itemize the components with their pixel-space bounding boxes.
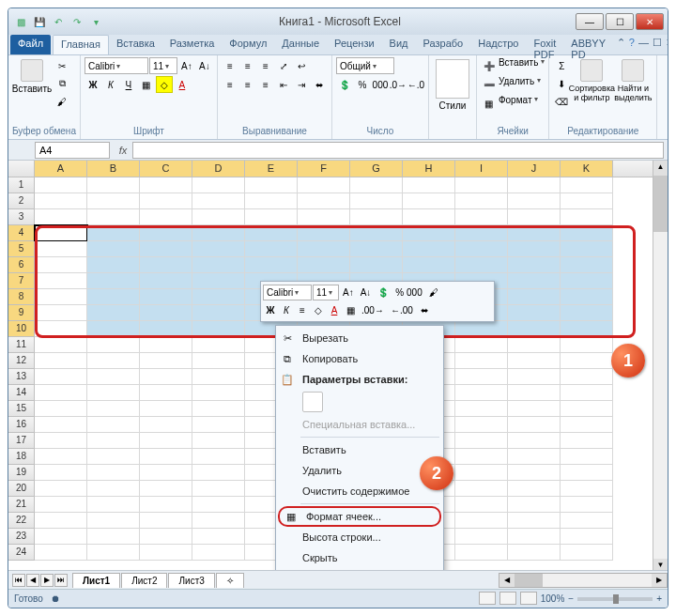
grow-font-icon[interactable]: A↑ (178, 57, 195, 74)
cell[interactable] (87, 481, 140, 497)
cell[interactable] (245, 177, 298, 193)
macro-record-icon[interactable]: ⏺ (51, 593, 60, 604)
worksheet-grid[interactable]: A B C D E F G H I J K 123456789101112131… (8, 161, 668, 574)
cell[interactable] (192, 289, 245, 305)
cell[interactable] (561, 433, 613, 449)
italic-button[interactable]: К (102, 76, 119, 93)
col-header[interactable]: D (192, 161, 245, 177)
minimize-ribbon-icon[interactable]: ⌃ (617, 37, 625, 53)
cell[interactable] (455, 529, 508, 545)
orientation-icon[interactable]: ⤢ (275, 57, 292, 74)
close-button[interactable]: ✕ (636, 13, 664, 30)
scroll-thumb[interactable] (653, 176, 668, 232)
cell[interactable] (561, 177, 613, 193)
cell[interactable] (561, 513, 613, 529)
cell[interactable] (455, 401, 508, 417)
cell[interactable] (35, 529, 87, 545)
cell[interactable] (35, 289, 87, 305)
cell[interactable] (140, 449, 192, 465)
cell[interactable] (87, 321, 140, 337)
page-layout-view-icon[interactable] (499, 592, 516, 605)
cell[interactable] (87, 529, 140, 545)
minimize-button[interactable]: — (576, 13, 604, 30)
cell[interactable] (455, 225, 508, 241)
cell[interactable] (508, 417, 561, 433)
row-header[interactable]: 10 (8, 321, 35, 337)
cell[interactable] (455, 545, 508, 561)
row-header[interactable]: 9 (8, 305, 35, 321)
cell[interactable] (140, 225, 192, 241)
cell[interactable] (140, 369, 192, 385)
cell[interactable] (508, 369, 561, 385)
cell[interactable] (455, 417, 508, 433)
doc-min-icon[interactable]: — (638, 37, 649, 53)
col-header[interactable]: H (403, 161, 455, 177)
row-header[interactable]: 21 (8, 497, 35, 513)
tab-layout[interactable]: Разметка (162, 35, 223, 54)
mini-font-color-icon[interactable]: A (327, 302, 342, 318)
row-header[interactable]: 3 (8, 209, 35, 225)
decrease-decimal-icon[interactable]: ←.0 (407, 76, 424, 93)
cell[interactable] (35, 321, 87, 337)
tab-foxit[interactable]: Foxit PDF (526, 35, 563, 54)
row-header[interactable]: 15 (8, 401, 35, 417)
cell[interactable] (455, 513, 508, 529)
cell[interactable] (35, 513, 87, 529)
scroll-thumb[interactable] (515, 574, 543, 587)
cell[interactable] (87, 257, 140, 273)
cell[interactable] (245, 225, 298, 241)
maximize-button[interactable]: ☐ (606, 13, 634, 30)
fx-icon[interactable]: fx (114, 145, 132, 156)
cell[interactable] (35, 273, 87, 289)
cell[interactable] (403, 257, 455, 273)
tab-developer[interactable]: Разрабо (416, 35, 471, 54)
cell[interactable] (140, 177, 192, 193)
cell[interactable] (455, 241, 508, 257)
cell[interactable] (508, 401, 561, 417)
mini-font-combo[interactable]: Calibri▾ (263, 285, 312, 300)
doc-max-icon[interactable]: ☐ (653, 37, 662, 53)
cell[interactable] (35, 545, 87, 561)
cell[interactable] (508, 273, 561, 289)
cell[interactable] (35, 257, 87, 273)
cell[interactable] (87, 497, 140, 513)
cell[interactable] (35, 305, 87, 321)
tab-review[interactable]: Рецензи (327, 35, 382, 54)
cell[interactable] (192, 273, 245, 289)
cell[interactable] (35, 465, 87, 481)
cell[interactable] (140, 401, 192, 417)
cell[interactable] (35, 353, 87, 369)
cell[interactable] (508, 481, 561, 497)
font-name-combo[interactable]: Calibri▾ (84, 57, 148, 74)
indent-inc-icon[interactable]: ⇥ (293, 76, 310, 93)
cell[interactable] (87, 433, 140, 449)
row-header[interactable]: 11 (8, 337, 35, 353)
cell[interactable] (140, 273, 192, 289)
cell[interactable] (561, 417, 613, 433)
cell[interactable] (298, 257, 350, 273)
cell[interactable] (192, 529, 245, 545)
ctx-delete[interactable]: Удалить (276, 460, 443, 481)
col-header[interactable]: I (455, 161, 508, 177)
cell[interactable] (87, 305, 140, 321)
mini-merge-icon[interactable]: ⬌ (417, 302, 432, 318)
row-header[interactable]: 12 (8, 353, 35, 369)
ctx-insert[interactable]: Вставить (276, 439, 443, 460)
mini-percent-icon[interactable]: % 000 (392, 285, 424, 300)
increase-decimal-icon[interactable]: .0→ (390, 76, 407, 93)
cell[interactable] (508, 529, 561, 545)
cell[interactable] (87, 513, 140, 529)
cell[interactable] (140, 545, 192, 561)
cell[interactable] (508, 177, 561, 193)
cell[interactable] (35, 209, 87, 225)
row-header[interactable]: 20 (8, 481, 35, 497)
cell[interactable] (35, 193, 87, 209)
col-header[interactable]: K (561, 161, 613, 177)
sheet-tab[interactable]: Лист2 (121, 573, 167, 588)
save-icon[interactable]: 💾 (31, 13, 48, 30)
zoom-out-icon[interactable]: − (568, 593, 574, 604)
cell[interactable] (140, 321, 192, 337)
page-break-view-icon[interactable] (520, 592, 537, 605)
cell[interactable] (455, 465, 508, 481)
cell[interactable] (455, 337, 508, 353)
